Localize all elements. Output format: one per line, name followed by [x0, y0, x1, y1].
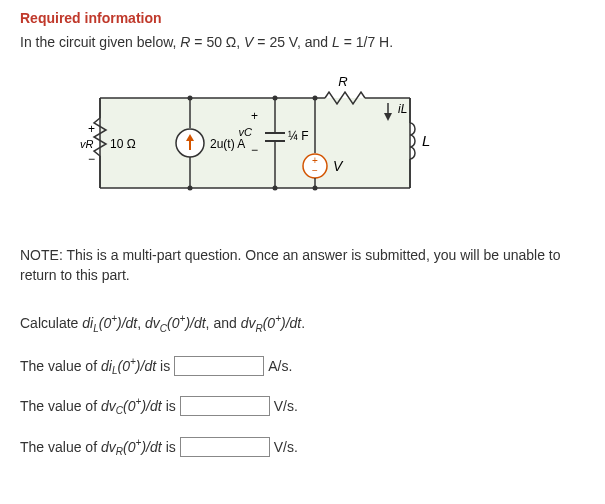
svg-point-29	[273, 186, 278, 191]
var-L: L	[332, 34, 340, 50]
svg-point-27	[313, 96, 318, 101]
intro-prefix: In the circuit given below,	[20, 34, 180, 50]
q1-pre: The value of	[20, 358, 97, 374]
intro-Veq: = 25 V, and	[253, 34, 332, 50]
intro-Req: = 50 Ω,	[190, 34, 244, 50]
label-iL: iL	[398, 102, 407, 116]
label-10ohm: 10 Ω	[110, 137, 136, 151]
c2c: (0	[167, 315, 179, 331]
q1a: di	[101, 357, 112, 373]
label-vR: vR	[80, 138, 94, 150]
c1e: )/dt	[117, 315, 137, 331]
question-3: The value of dvR(0+)/dt is V/s.	[20, 437, 585, 457]
q3-mid: is	[166, 439, 176, 455]
c2e: )/dt	[185, 315, 205, 331]
label-L: L	[422, 132, 430, 149]
q1-mid: is	[160, 358, 170, 374]
c3e: )/dt	[281, 315, 301, 331]
q2c: (0	[123, 398, 135, 414]
q2-unit: V/s.	[274, 398, 298, 414]
calc-suffix: .	[301, 315, 305, 331]
vC-minus: −	[251, 143, 258, 157]
q3b: R	[116, 446, 123, 457]
svg-point-28	[188, 186, 193, 191]
answer-input-2[interactable]	[180, 396, 270, 416]
c1a: di	[82, 315, 93, 331]
circuit-diagram: R iL + vR − 10 Ω 2u(t) A + vC − ¼ F + −	[80, 68, 585, 221]
q3c: (0	[123, 438, 135, 454]
vC-plus: +	[251, 109, 258, 123]
vsrc-minus: −	[312, 165, 318, 176]
q1-unit: A/s.	[268, 358, 292, 374]
intro-Leq: = 1/7 H.	[340, 34, 393, 50]
calc-sep2: , and	[206, 315, 241, 331]
q3-unit: V/s.	[274, 439, 298, 455]
question-2: The value of dvC(0+)/dt is V/s.	[20, 396, 585, 416]
c1c: (0	[99, 315, 111, 331]
q2a: dv	[101, 398, 116, 414]
q3-pre: The value of	[20, 439, 97, 455]
svg-point-25	[188, 96, 193, 101]
circuit-svg: R iL + vR − 10 Ω 2u(t) A + vC − ¼ F + −	[80, 68, 440, 218]
label-R-top: R	[338, 74, 347, 89]
q2-pre: The value of	[20, 398, 97, 414]
q2e: )/dt	[141, 398, 161, 414]
q1e: )/dt	[136, 357, 156, 373]
svg-point-30	[313, 186, 318, 191]
label-vC: vC	[239, 126, 253, 138]
required-info-heading: Required information	[20, 10, 585, 26]
var-R: R	[180, 34, 190, 50]
label-source: 2u(t) A	[210, 137, 245, 151]
q1c: (0	[118, 357, 130, 373]
answer-input-3[interactable]	[180, 437, 270, 457]
c2b: C	[160, 323, 167, 334]
label-capval: ¼ F	[288, 129, 309, 143]
q2-mid: is	[166, 398, 176, 414]
answer-input-1[interactable]	[174, 356, 264, 376]
calculate-prompt: Calculate diL(0+)/dt, dvC(0+)/dt, and dv…	[20, 313, 585, 333]
note-text: NOTE: This is a multi-part question. Onc…	[20, 246, 585, 285]
q2b: C	[116, 406, 123, 417]
question-1: The value of diL(0+)/dt is A/s.	[20, 356, 585, 376]
problem-statement: In the circuit given below, R = 50 Ω, V …	[20, 34, 585, 50]
q3e: )/dt	[141, 438, 161, 454]
c3a: dv	[241, 315, 256, 331]
vR-minus: −	[88, 152, 95, 166]
c2a: dv	[145, 315, 160, 331]
q3a: dv	[101, 438, 116, 454]
c3c: (0	[263, 315, 275, 331]
calc-sep1: ,	[137, 315, 145, 331]
calc-prefix: Calculate	[20, 315, 82, 331]
vR-plus: +	[88, 122, 95, 136]
svg-point-26	[273, 96, 278, 101]
c3b: R	[255, 323, 262, 334]
